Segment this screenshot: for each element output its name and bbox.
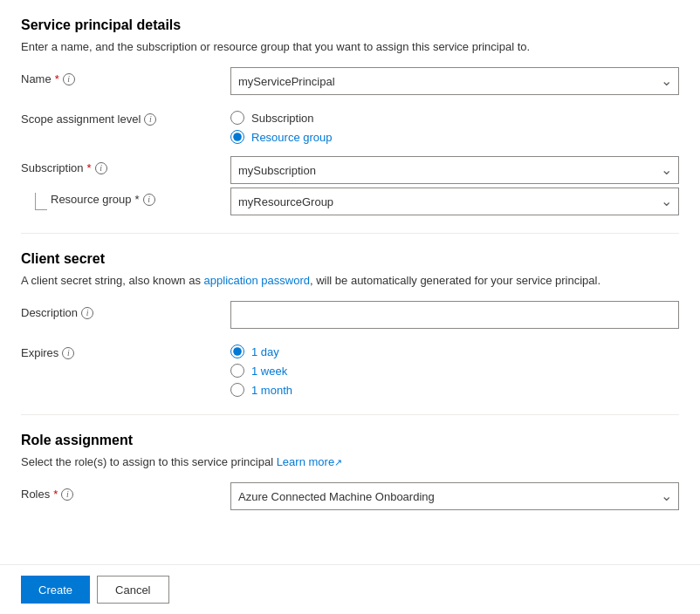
description-input[interactable] [230, 301, 679, 329]
client-secret-title: Client secret [21, 251, 679, 267]
page-description: Enter a name, and the subscription or re… [21, 40, 679, 53]
subscription-dropdown[interactable]: mySubscription [230, 156, 679, 184]
expires-1month-option[interactable]: 1 month [230, 383, 679, 397]
expires-1day-radio[interactable] [230, 345, 244, 358]
name-dropdown-area: myServicePrincipal [230, 67, 679, 95]
resource-group-dropdown-area: myResourceGroup [230, 188, 679, 215]
expires-1week-option[interactable]: 1 week [230, 364, 679, 378]
roles-label: Roles * i [21, 482, 230, 501]
learn-more-external-icon: ↗ [334, 457, 342, 467]
resource-group-dropdown[interactable]: myResourceGroup [230, 188, 679, 215]
footer: Create Cancel [0, 564, 700, 614]
application-password-link[interactable]: application password [204, 274, 310, 287]
description-info-icon[interactable]: i [81, 307, 93, 319]
scope-label: Scope assignment level i [21, 107, 230, 126]
subscription-required: * [87, 161, 92, 174]
scope-resource-group-label: Resource group [251, 131, 333, 144]
expires-radio-group: 1 day 1 week 1 month [230, 341, 679, 397]
name-required: * [55, 72, 59, 85]
scope-info-icon[interactable]: i [144, 113, 156, 126]
section-divider-1 [21, 233, 679, 234]
roles-dropdown-area: Azure Connected Machine Onboarding [230, 482, 679, 510]
expires-1month-radio[interactable] [230, 383, 244, 397]
expires-1week-label: 1 week [251, 365, 287, 378]
create-button[interactable]: Create [21, 576, 90, 604]
expires-1day-label: 1 day [251, 345, 279, 358]
subscription-dropdown-area: mySubscription [230, 156, 679, 184]
client-secret-description: A client secret string, also known as ap… [21, 274, 679, 287]
role-assignment-title: Role assignment [21, 433, 679, 448]
resource-group-label: Resource group * i [51, 193, 155, 206]
description-input-area [230, 301, 679, 329]
scope-subscription-option[interactable]: Subscription [230, 111, 679, 125]
role-assignment-description: Select the role(s) to assign to this ser… [21, 455, 679, 468]
name-label: Name * i [21, 67, 230, 85]
roles-dropdown-wrapper: Azure Connected Machine Onboarding [230, 482, 679, 510]
scope-resource-group-radio[interactable] [230, 130, 244, 144]
name-info-icon[interactable]: i [63, 73, 75, 85]
resource-group-dropdown-wrapper: myResourceGroup [230, 188, 679, 215]
cancel-button[interactable]: Cancel [97, 576, 168, 604]
learn-more-link[interactable]: Learn more↗ [277, 455, 342, 468]
subscription-label: Subscription * i [21, 156, 230, 174]
description-label: Description i [21, 301, 230, 319]
expires-1day-option[interactable]: 1 day [230, 345, 679, 358]
page-title: Service principal details [21, 17, 679, 33]
subscription-dropdown-wrapper: mySubscription [230, 156, 679, 184]
roles-info-icon[interactable]: i [61, 488, 73, 501]
name-dropdown-wrapper: myServicePrincipal [230, 67, 679, 95]
roles-dropdown[interactable]: Azure Connected Machine Onboarding [230, 482, 679, 510]
subscription-info-icon[interactable]: i [95, 162, 107, 174]
resource-group-info-icon[interactable]: i [143, 194, 155, 206]
scope-subscription-radio[interactable] [230, 111, 244, 125]
section-divider-2 [21, 414, 679, 415]
expires-info-icon[interactable]: i [62, 347, 74, 359]
expires-1month-label: 1 month [251, 384, 292, 397]
expires-label: Expires i [21, 341, 230, 359]
resource-group-required: * [135, 193, 140, 206]
scope-subscription-label: Subscription [251, 112, 314, 125]
roles-required: * [53, 488, 58, 501]
name-dropdown[interactable]: myServicePrincipal [230, 67, 679, 95]
scope-radio-group: Subscription Resource group [230, 107, 679, 144]
expires-1week-radio[interactable] [230, 364, 244, 378]
scope-resource-group-option[interactable]: Resource group [230, 130, 679, 144]
